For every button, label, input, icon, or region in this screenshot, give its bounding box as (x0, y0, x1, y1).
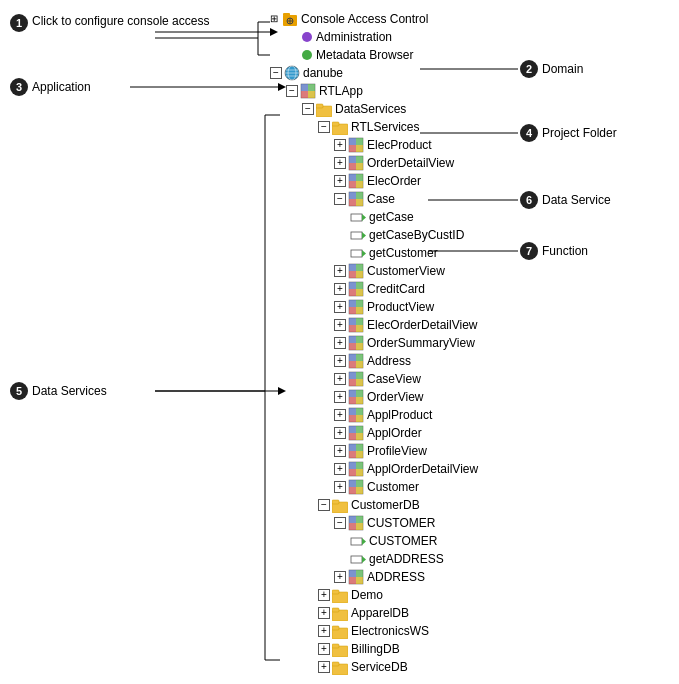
tree-node-applorderdetailview[interactable]: + ApplOrderDetailView (270, 460, 478, 478)
tree-node-address2-label: ADDRESS (367, 568, 425, 586)
tree-node-electronicws[interactable]: + ElectronicsWS (270, 622, 478, 640)
expand-caseview[interactable]: + (334, 373, 346, 385)
tree-node-customerdb-label: CustomerDB (351, 496, 420, 514)
svg-rect-103 (356, 397, 363, 404)
tree-node-profileview[interactable]: + ProfileView (270, 442, 478, 460)
tree-node-admin[interactable]: Administration (270, 28, 478, 46)
tree-node-getcase[interactable]: getCase (270, 208, 478, 226)
tree-node-address2[interactable]: + ADDRESS (270, 568, 478, 586)
tree-node-productview[interactable]: + ProductView (270, 298, 478, 316)
expand-customer[interactable]: + (334, 481, 346, 493)
expand-customer-ds[interactable]: − (334, 517, 346, 529)
expand-address[interactable]: + (334, 355, 346, 367)
expand-elecproduct[interactable]: + (334, 139, 346, 151)
icon-folder-rtlservices (332, 121, 348, 135)
tree-node-demo[interactable]: + Demo (270, 586, 478, 604)
expand-danube[interactable]: − (270, 67, 282, 79)
svg-rect-37 (332, 122, 339, 126)
tree-node-customer-fn[interactable]: CUSTOMER (270, 532, 478, 550)
expand-customerdb[interactable]: − (318, 499, 330, 511)
expand-applorderdetailview[interactable]: + (334, 463, 346, 475)
tree-node-customer-ds[interactable]: − CUSTOMER (270, 514, 478, 532)
expand-appareldb[interactable]: + (318, 607, 330, 619)
tree-node-productview-label: ProductView (367, 298, 434, 316)
icon-ds-rtlapp (300, 83, 316, 99)
tree-node-root[interactable]: ⊞ Console Access Control (270, 10, 478, 28)
svg-rect-117 (349, 451, 356, 458)
tree-node-getcasebycustid[interactable]: getCaseByCustID (270, 226, 478, 244)
expand-creditcard[interactable]: + (334, 283, 346, 295)
expand-rtlapp[interactable]: − (286, 85, 298, 97)
tree-node-creditcard-label: CreditCard (367, 280, 425, 298)
tree-node-applorder[interactable]: + ApplOrder (270, 424, 478, 442)
expand-demo[interactable]: + (318, 589, 330, 601)
svg-marker-61 (362, 232, 366, 239)
icon-folder-customerdb (332, 499, 348, 513)
tree-node-servicedb[interactable]: + ServiceDB (270, 658, 478, 676)
expand-applproduct[interactable]: + (334, 409, 346, 421)
tree-node-getcustomer[interactable]: getCustomer (270, 244, 478, 262)
svg-rect-97 (349, 379, 356, 386)
tree-node-applproduct[interactable]: + ApplProduct (270, 406, 478, 424)
tree-node-customerview[interactable]: + CustomerView (270, 262, 478, 280)
expand-rtlservices[interactable]: − (318, 121, 330, 133)
svg-rect-33 (308, 91, 315, 98)
callout-num-7: 7 (520, 242, 538, 260)
callout-num-2: 2 (520, 60, 538, 78)
icon-folder-electronicsws (332, 625, 348, 639)
expand-applorder[interactable]: + (334, 427, 346, 439)
tree-node-getaddress-label: getADDRESS (369, 550, 444, 568)
svg-rect-123 (356, 469, 363, 476)
expand-dataservices[interactable]: − (302, 103, 314, 115)
tree-node-customerdb[interactable]: − CustomerDB (270, 496, 478, 514)
tree-node-elecorderdetailview[interactable]: + ElecOrderDetailView (270, 316, 478, 334)
tree-node-orderview[interactable]: + OrderView (270, 388, 478, 406)
expand-billingdb[interactable]: + (318, 643, 330, 655)
tree-node-dataservices[interactable]: − DataServices (270, 100, 478, 118)
callout-5: 5 Data Services (10, 382, 107, 400)
tree-node-caseview[interactable]: + CaseView (270, 370, 478, 388)
svg-rect-57 (356, 199, 363, 206)
expand-orderdetailview[interactable]: + (334, 157, 346, 169)
svg-rect-70 (349, 282, 356, 289)
icon-fn-getcase (350, 209, 366, 225)
expand-customerview[interactable]: + (334, 265, 346, 277)
expand-address2[interactable]: + (334, 571, 346, 583)
callout-4: 4 Project Folder (520, 124, 617, 142)
tree-node-getaddress[interactable]: getADDRESS (270, 550, 478, 568)
icon-folder-servicedb (332, 661, 348, 675)
tree-node-billingdb[interactable]: + BillingDB (270, 640, 478, 658)
expand-productview[interactable]: + (334, 301, 346, 313)
expand-electronicsws[interactable]: + (318, 625, 330, 637)
svg-rect-134 (349, 523, 356, 530)
svg-rect-150 (332, 626, 339, 630)
expand-profileview[interactable]: + (334, 445, 346, 457)
callout-label-2: Domain (542, 62, 583, 76)
svg-rect-93 (356, 361, 363, 368)
expand-elecorder[interactable]: + (334, 175, 346, 187)
tree-node-creditcard[interactable]: + CreditCard (270, 280, 478, 298)
expand-orderview[interactable]: + (334, 391, 346, 403)
svg-rect-108 (356, 415, 363, 422)
svg-rect-76 (356, 300, 363, 307)
tree-node-metadata[interactable]: Metadata Browser (270, 46, 478, 64)
tree-node-rtlapp[interactable]: − RTLApp (270, 82, 478, 100)
expand-servicedb[interactable]: + (318, 661, 330, 673)
icon-fn-getcasebycustid (350, 227, 366, 243)
tree-node-case[interactable]: − Case (270, 190, 478, 208)
expand-case[interactable]: − (334, 193, 346, 205)
expand-elecorderdetailview[interactable]: + (334, 319, 346, 331)
expand-ordersummaryview[interactable]: + (334, 337, 346, 349)
tree-node-orderdetailview[interactable]: + OrderDetailView (270, 154, 478, 172)
tree-node-danube[interactable]: − danube (270, 64, 478, 82)
tree-node-ordersummaryview[interactable]: + OrderSummaryView (270, 334, 478, 352)
tree-node-elecproduct[interactable]: + ElecProduct (270, 136, 478, 154)
tree-node-appareldb[interactable]: + ApparelDB (270, 604, 478, 622)
tree-node-address[interactable]: + Address (270, 352, 478, 370)
tree-node-rtlservices[interactable]: − RTLServices (270, 118, 478, 136)
tree-node-customer[interactable]: + Customer (270, 478, 478, 496)
icon-console (282, 11, 298, 27)
svg-rect-49 (349, 174, 356, 181)
tree-node-elecorder[interactable]: + ElecOrder (270, 172, 478, 190)
svg-rect-148 (332, 608, 339, 612)
